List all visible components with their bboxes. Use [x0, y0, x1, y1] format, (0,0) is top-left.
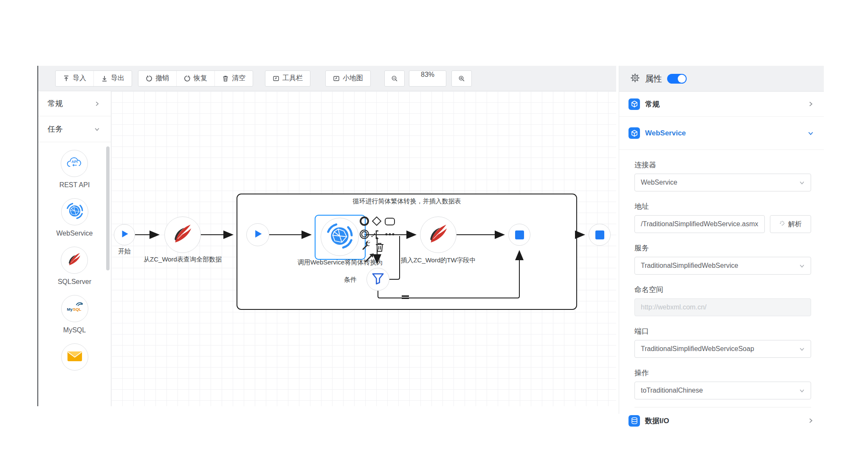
sidebar-section-tasks[interactable]: 任务 [38, 116, 111, 142]
contextpad-more-icon[interactable] [384, 228, 396, 240]
toolbar-toggle-group: 工具栏 [265, 70, 310, 87]
toolbar-toggle-button[interactable]: 工具栏 [265, 71, 310, 86]
palette-item-sqlserver-label: SQLServer [58, 278, 91, 286]
resolve-button[interactable]: 解析 [770, 215, 811, 233]
operation-value: toTraditionalChinese [641, 387, 703, 394]
filter-funnel-icon [371, 271, 385, 287]
sqlserver-icon [66, 251, 83, 270]
edit-group: 撤销 恢复 清空 [138, 70, 253, 87]
contextpad-annotation-icon[interactable] [371, 229, 383, 241]
flow-canvas[interactable]: 循环进行简体繁体转换，并插入数据表 开始 从ZC_Word表查询全部数据 [111, 91, 616, 406]
stop-square-icon [595, 230, 604, 239]
connector-select[interactable]: WebService [634, 174, 811, 191]
sidebar-scrollbar-thumb[interactable] [106, 146, 110, 270]
sidebar-section-tasks-label: 任务 [48, 124, 63, 134]
properties-toggle[interactable] [667, 74, 687, 84]
contextpad-task-icon[interactable] [384, 216, 396, 228]
contextpad-gateway-icon[interactable] [371, 215, 383, 227]
resolve-spark-icon [779, 220, 785, 228]
palette-item-mysql[interactable]: My SQL MySQL [61, 295, 88, 334]
zoom-level-display: 83% [409, 70, 446, 87]
section-general-label: 常规 [645, 99, 808, 109]
address-value: /TraditionalSimplifiedWebService.asmx [641, 220, 758, 228]
palette-item-sqlserver[interactable]: SQLServer [58, 247, 91, 286]
sql-insert-node[interactable] [420, 216, 457, 253]
zoom-in-group [451, 70, 472, 87]
chevron-down-icon [799, 388, 805, 393]
sqlserver-icon [170, 222, 195, 248]
condition-node[interactable] [366, 268, 389, 291]
chevron-down-icon [799, 180, 805, 185]
start-node[interactable] [114, 224, 135, 245]
minimap-group: 小地图 [325, 70, 371, 87]
palette-item-webservice[interactable]: WebService [56, 198, 93, 237]
sidebar-section-general[interactable]: 常规 [38, 91, 111, 116]
rest-api-icon: API [65, 156, 83, 171]
namespace-label: 命名空间 [634, 285, 811, 295]
connector-value: WebService [641, 179, 677, 186]
clear-button[interactable]: 清空 [214, 71, 253, 86]
palette-item-email[interactable] [61, 343, 88, 371]
play-icon [252, 228, 264, 242]
import-label: 导入 [73, 74, 86, 83]
webservice-node-selected[interactable] [321, 218, 359, 256]
namespace-input: http://webxml.com.cn/ [634, 298, 811, 316]
zoom-out-group [384, 70, 405, 87]
palette-item-rest-api-label: REST API [59, 181, 90, 189]
node-palette-sidebar: 常规 任务 API [38, 91, 111, 406]
undo-label: 撤销 [155, 74, 169, 83]
section-general[interactable]: 常规 [619, 92, 824, 117]
service-select[interactable]: TraditionalSimplifiedWebService [634, 257, 811, 275]
palette-item-rest-api[interactable]: API REST API [59, 150, 90, 189]
contextpad-intermediate-event-icon[interactable] [358, 228, 370, 240]
cube-icon [628, 127, 640, 139]
section-webservice-label: WebService [645, 129, 808, 138]
operation-select[interactable]: toTraditionalChinese [634, 382, 811, 399]
email-icon [67, 350, 83, 364]
contextpad-end-event-icon[interactable] [358, 215, 370, 227]
loop-start-node[interactable] [246, 223, 269, 246]
webservice-icon [326, 222, 354, 252]
end-node[interactable] [589, 224, 611, 246]
sql-query-node[interactable] [164, 216, 201, 253]
section-webservice[interactable]: WebService [619, 117, 824, 150]
address-input[interactable]: /TraditionalSimplifiedWebService.asmx [634, 215, 765, 233]
contextpad-wrench-icon[interactable] [361, 239, 373, 251]
contextpad-connect-icon[interactable] [364, 252, 375, 264]
condition-node-label: 条件 [344, 276, 357, 284]
chevron-down-icon [94, 126, 100, 132]
minimap-button[interactable]: 小地图 [326, 71, 370, 86]
port-label: 端口 [634, 326, 811, 336]
zoom-out-button[interactable] [385, 71, 404, 86]
properties-panel-title: 属性 [645, 73, 662, 84]
redo-label: 恢复 [194, 74, 207, 83]
zoom-level-value: 83% [421, 71, 434, 86]
loop-end-node[interactable] [508, 224, 530, 246]
properties-panel: 属性 常规 WebService 连接器 WebService [619, 66, 824, 414]
section-data-io[interactable]: 数据I/O [619, 407, 824, 434]
redo-icon [184, 75, 191, 82]
resolve-label: 解析 [788, 220, 802, 229]
group-title: 循环进行简体繁体转换，并插入数据表 [353, 197, 461, 205]
start-node-label: 开始 [118, 247, 131, 256]
contextpad-delete-icon[interactable] [374, 241, 386, 253]
export-button[interactable]: 导出 [93, 71, 132, 86]
zoom-out-icon [391, 75, 398, 82]
database-icon [628, 415, 640, 427]
palette-item-mysql-label: MySQL [63, 326, 86, 334]
import-icon [63, 75, 70, 82]
section-data-io-label: 数据I/O [645, 416, 808, 426]
toolbar-toggle-label: 工具栏 [282, 74, 303, 83]
undo-button[interactable]: 撤销 [138, 71, 176, 86]
zoom-in-button[interactable] [452, 71, 471, 86]
zoom-in-icon [458, 75, 465, 82]
redo-button[interactable]: 恢复 [176, 71, 214, 86]
sql-query-node-label: 从ZC_Word表查询全部数据 [144, 256, 222, 264]
namespace-value: http://webxml.com.cn/ [641, 303, 707, 311]
sql-insert-node-label: 插入ZC_Word的TW字段中 [400, 256, 476, 264]
import-export-group: 导入 导出 [55, 70, 132, 87]
service-label: 服务 [634, 243, 811, 253]
panel-board-icon [273, 75, 279, 82]
import-button[interactable]: 导入 [56, 71, 93, 86]
port-select[interactable]: TraditionalSimplifiedWebServiceSoap [634, 340, 811, 358]
